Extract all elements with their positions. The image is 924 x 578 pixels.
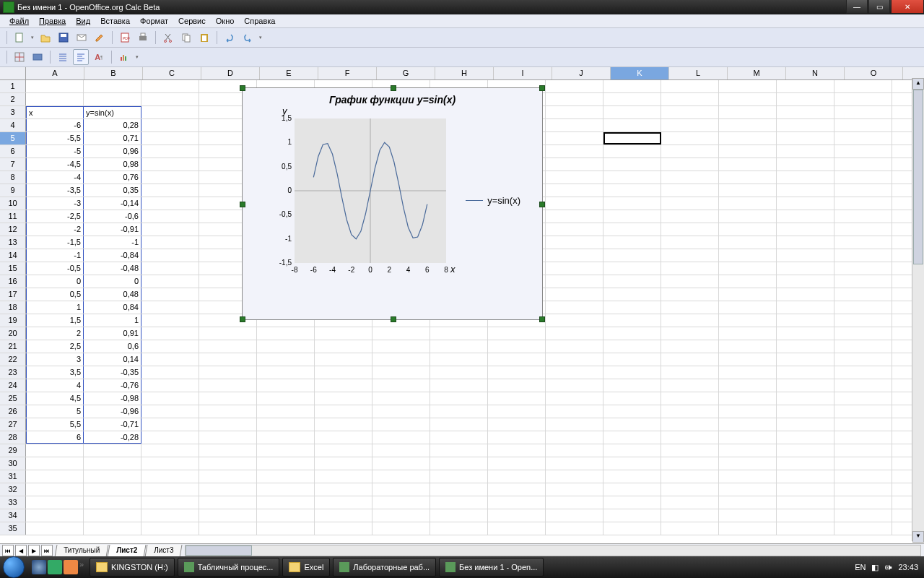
cell[interactable] bbox=[546, 431, 603, 444]
cell[interactable]: 2,5 bbox=[26, 340, 84, 353]
cell[interactable]: -0,14 bbox=[84, 197, 141, 210]
cell[interactable] bbox=[719, 210, 777, 223]
cell[interactable] bbox=[777, 366, 834, 379]
cell[interactable]: -0,76 bbox=[84, 379, 141, 392]
cell[interactable] bbox=[834, 470, 892, 483]
row-header[interactable]: 16 bbox=[0, 275, 26, 288]
cell[interactable]: 0,84 bbox=[84, 301, 141, 314]
cell[interactable] bbox=[661, 288, 719, 301]
taskbar-item[interactable]: Табличный процес... bbox=[178, 558, 280, 577]
edit-icon[interactable] bbox=[92, 30, 108, 46]
cell[interactable] bbox=[315, 444, 372, 457]
cell[interactable] bbox=[603, 431, 661, 444]
cell[interactable] bbox=[603, 301, 661, 314]
start-button[interactable] bbox=[0, 556, 27, 578]
cell[interactable] bbox=[777, 405, 834, 418]
cell[interactable] bbox=[603, 184, 661, 197]
cell[interactable] bbox=[777, 496, 834, 509]
select-all-corner[interactable] bbox=[0, 67, 26, 79]
cell[interactable] bbox=[719, 80, 777, 92]
cell[interactable] bbox=[719, 93, 777, 105]
cell[interactable] bbox=[141, 145, 199, 158]
cell[interactable] bbox=[719, 509, 777, 522]
cell[interactable] bbox=[257, 340, 315, 353]
cell[interactable] bbox=[546, 236, 603, 249]
cell[interactable] bbox=[488, 353, 546, 366]
cell[interactable] bbox=[315, 431, 372, 444]
cell[interactable] bbox=[372, 327, 430, 340]
cell[interactable] bbox=[257, 457, 315, 470]
cell[interactable] bbox=[603, 288, 661, 301]
cell[interactable] bbox=[719, 457, 777, 470]
cell[interactable] bbox=[661, 496, 719, 509]
cell[interactable] bbox=[430, 509, 488, 522]
cell[interactable] bbox=[546, 93, 603, 105]
cell[interactable] bbox=[141, 301, 199, 314]
cell[interactable] bbox=[141, 197, 199, 210]
cell[interactable] bbox=[834, 236, 892, 249]
column-header-B[interactable]: B bbox=[84, 67, 143, 79]
cell[interactable] bbox=[546, 223, 603, 236]
cell[interactable] bbox=[719, 262, 777, 275]
cell[interactable] bbox=[546, 444, 603, 457]
cell[interactable] bbox=[546, 314, 603, 327]
cell[interactable] bbox=[546, 184, 603, 197]
cell[interactable] bbox=[603, 236, 661, 249]
cell[interactable] bbox=[199, 509, 257, 522]
undo-icon[interactable] bbox=[222, 30, 237, 46]
cell[interactable]: 0,76 bbox=[84, 171, 141, 184]
cell[interactable] bbox=[661, 405, 719, 418]
cell[interactable] bbox=[719, 392, 777, 405]
cell[interactable] bbox=[372, 353, 430, 366]
cell[interactable] bbox=[372, 431, 430, 444]
row-header[interactable]: 24 bbox=[0, 379, 26, 392]
cell[interactable] bbox=[834, 457, 892, 470]
cell[interactable] bbox=[719, 379, 777, 392]
cell[interactable] bbox=[546, 522, 603, 535]
cell[interactable] bbox=[257, 431, 315, 444]
cell[interactable] bbox=[141, 184, 199, 197]
cell[interactable] bbox=[603, 132, 661, 144]
merge-cells-icon[interactable] bbox=[30, 49, 45, 65]
cell[interactable] bbox=[603, 145, 661, 158]
cell[interactable]: 0 bbox=[84, 275, 141, 288]
row-header[interactable]: 1 bbox=[0, 80, 26, 92]
cell[interactable] bbox=[777, 93, 834, 105]
cell[interactable] bbox=[315, 470, 372, 483]
cell[interactable] bbox=[372, 509, 430, 522]
cell[interactable] bbox=[141, 379, 199, 392]
cell[interactable] bbox=[834, 197, 892, 210]
cell[interactable] bbox=[546, 197, 603, 210]
cell[interactable] bbox=[546, 483, 603, 496]
close-button[interactable]: ✕ bbox=[891, 0, 924, 14]
cell[interactable] bbox=[546, 470, 603, 483]
tray-icon-1[interactable]: ◧ bbox=[871, 563, 879, 572]
cell[interactable] bbox=[777, 327, 834, 340]
cell[interactable] bbox=[603, 483, 661, 496]
cell[interactable] bbox=[719, 171, 777, 184]
cell[interactable] bbox=[834, 80, 892, 92]
row-header[interactable]: 19 bbox=[0, 314, 26, 327]
cell[interactable] bbox=[488, 457, 546, 470]
cell[interactable] bbox=[661, 301, 719, 314]
cell[interactable] bbox=[777, 379, 834, 392]
cell[interactable] bbox=[834, 431, 892, 444]
cell[interactable] bbox=[488, 379, 546, 392]
column-header-E[interactable]: E bbox=[260, 67, 318, 79]
cell[interactable] bbox=[661, 392, 719, 405]
new-dropdown[interactable]: ▾ bbox=[30, 30, 35, 45]
cell[interactable]: 0,5 bbox=[26, 288, 84, 301]
cell[interactable] bbox=[719, 288, 777, 301]
cell[interactable]: 0,98 bbox=[84, 158, 141, 171]
row-header[interactable]: 18 bbox=[0, 301, 26, 314]
cell[interactable] bbox=[546, 262, 603, 275]
row-header[interactable]: 15 bbox=[0, 262, 26, 275]
cell[interactable] bbox=[719, 223, 777, 236]
cell[interactable]: -4 bbox=[26, 171, 84, 184]
row-header[interactable]: 4 bbox=[0, 119, 26, 131]
menu-format[interactable]: Формат bbox=[135, 16, 173, 26]
cell[interactable] bbox=[315, 366, 372, 379]
cell[interactable] bbox=[372, 379, 430, 392]
cell[interactable] bbox=[834, 314, 892, 327]
cut-icon[interactable] bbox=[160, 30, 176, 46]
